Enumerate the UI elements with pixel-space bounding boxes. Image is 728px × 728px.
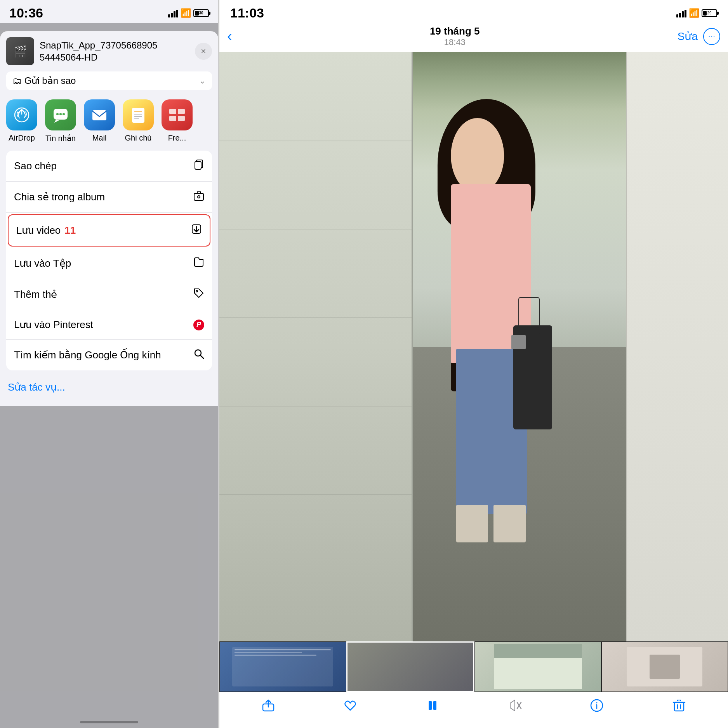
share-close-button[interactable]: × bbox=[195, 43, 212, 60]
airdrop-icon bbox=[6, 99, 37, 130]
svg-point-20 bbox=[196, 290, 198, 292]
nav-header: ‹ 19 tháng 5 18:43 Sửa ··· bbox=[219, 24, 728, 52]
left-phone: 10:36 📶 30 🎬 SnapTik_App_ bbox=[0, 0, 218, 728]
svg-point-18 bbox=[198, 196, 200, 198]
delete-button[interactable] bbox=[672, 698, 686, 712]
app-item-messages[interactable]: Tin nhắn bbox=[45, 99, 76, 143]
mute-button[interactable] bbox=[508, 698, 522, 712]
svg-rect-24 bbox=[429, 701, 432, 710]
nav-title-block: 19 tháng 5 18:43 bbox=[430, 25, 480, 47]
thumbnail-2[interactable] bbox=[346, 641, 475, 692]
status-bar-right: 11:03 📶 29 bbox=[219, 0, 728, 24]
thumbnail-3[interactable] bbox=[474, 641, 601, 692]
app-item-more[interactable]: Fre... bbox=[162, 99, 193, 143]
thumbnail-1[interactable] bbox=[219, 641, 346, 692]
action-add-tag[interactable]: Thêm thẻ bbox=[6, 279, 212, 310]
wifi-icon: 📶 bbox=[181, 8, 191, 18]
action-share-album[interactable]: Chia sẻ trong album bbox=[6, 182, 212, 213]
svg-point-30 bbox=[596, 702, 598, 704]
status-icons-left: 📶 30 bbox=[168, 8, 209, 18]
wall-left bbox=[219, 52, 413, 641]
battery-level-right: 29 bbox=[707, 11, 711, 15]
thumbnail-4[interactable] bbox=[601, 641, 728, 692]
messages-label: Tin nhắn bbox=[45, 134, 76, 143]
copy-icon bbox=[193, 159, 204, 173]
app-item-notes[interactable]: Ghi chú bbox=[123, 99, 154, 143]
action-pinterest[interactable]: Lưu vào Pinterest P bbox=[6, 310, 212, 340]
share-filename-line1: SnapTik_App_73705668905 bbox=[40, 39, 189, 51]
add-tag-icon bbox=[193, 288, 204, 301]
airdrop-label: AirDrop bbox=[9, 134, 35, 142]
status-bar-left: 10:36 📶 30 bbox=[0, 0, 218, 24]
nav-more-button[interactable]: ··· bbox=[703, 28, 720, 45]
nav-back-button[interactable]: ‹ bbox=[227, 28, 232, 45]
battery-icon-right: 29 bbox=[702, 9, 717, 17]
svg-point-2 bbox=[56, 113, 59, 115]
save-video-icon bbox=[191, 224, 202, 237]
signal-icon bbox=[168, 9, 178, 17]
messages-icon-app bbox=[45, 99, 76, 130]
svg-rect-12 bbox=[178, 109, 185, 114]
nav-actions: Sửa ··· bbox=[678, 28, 720, 45]
mail-icon-app bbox=[84, 99, 115, 130]
nav-date: 19 tháng 5 bbox=[430, 25, 480, 37]
share-filename-line2: 54445064-HD bbox=[40, 51, 189, 63]
share-sheet: 🎬 SnapTik_App_73705668905 54445064-HD × … bbox=[0, 23, 218, 728]
action-selector[interactable]: 🗂 Gửi bản sao ⌄ bbox=[6, 71, 212, 90]
svg-line-22 bbox=[200, 355, 203, 358]
right-phone: 11:03 📶 29 ‹ 19 tháng 5 18:43 Sửa ··· bbox=[219, 0, 728, 728]
time-left: 10:36 bbox=[9, 5, 43, 21]
more-dots-icon: ··· bbox=[708, 31, 715, 42]
notes-icon-app bbox=[123, 99, 154, 130]
mail-label: Mail bbox=[92, 134, 107, 142]
svg-rect-6 bbox=[132, 108, 144, 123]
app-item-airdrop[interactable]: AirDrop bbox=[6, 99, 37, 143]
share-thumbnail: 🎬 bbox=[6, 37, 34, 65]
action-pinterest-label: Lưu vào Pinterest bbox=[14, 319, 93, 331]
share-header: 🎬 SnapTik_App_73705668905 54445064-HD × bbox=[6, 37, 212, 65]
edit-actions-button[interactable]: Sửa tác vụ... bbox=[6, 375, 212, 400]
svg-rect-13 bbox=[169, 116, 176, 121]
app-row: AirDrop Tin nhắn bbox=[6, 98, 212, 149]
svg-rect-5 bbox=[92, 110, 106, 120]
action-save-video-label: Lưu video bbox=[16, 224, 61, 236]
action-copy[interactable]: Sao chép bbox=[6, 151, 212, 182]
save-file-icon bbox=[193, 257, 204, 270]
action-copy-label: Sao chép bbox=[14, 160, 57, 172]
chevron-updown-icon: ⌄ bbox=[199, 76, 206, 85]
thumbnail-strip bbox=[219, 641, 728, 692]
svg-point-3 bbox=[59, 113, 62, 115]
svg-rect-31 bbox=[674, 702, 684, 711]
like-button[interactable] bbox=[343, 698, 357, 712]
svg-rect-11 bbox=[169, 109, 176, 114]
action-google-lens[interactable]: Tìm kiếm bằng Google Ống kính bbox=[6, 340, 212, 370]
nav-time: 18:43 bbox=[430, 37, 480, 47]
app-item-mail[interactable]: Mail bbox=[84, 99, 115, 143]
notes-label: Ghi chú bbox=[125, 134, 152, 142]
svg-rect-25 bbox=[433, 701, 436, 710]
wifi-icon-right: 📶 bbox=[689, 8, 699, 18]
save-video-badge: 11 bbox=[64, 224, 76, 236]
pause-button[interactable] bbox=[426, 698, 440, 712]
action-add-tag-label: Thêm thẻ bbox=[14, 288, 57, 301]
action-save-video[interactable]: Lưu video 11 bbox=[8, 214, 210, 247]
action-save-file[interactable]: Lưu vào Tệp bbox=[6, 248, 212, 279]
svg-rect-14 bbox=[178, 116, 185, 121]
battery-level-left: 30 bbox=[199, 11, 203, 15]
search-icon bbox=[193, 348, 204, 362]
home-indicator-right bbox=[445, 723, 503, 725]
battery-icon: 30 bbox=[193, 9, 209, 17]
main-photo[interactable] bbox=[219, 52, 728, 641]
share-panel: 🎬 SnapTik_App_73705668905 54445064-HD × … bbox=[0, 31, 218, 406]
action-share-album-label: Chia sẻ trong album bbox=[14, 191, 105, 203]
info-button[interactable] bbox=[590, 698, 604, 712]
share-title-block: SnapTik_App_73705668905 54445064-HD bbox=[40, 39, 189, 63]
svg-rect-17 bbox=[194, 193, 203, 200]
more-icon-app bbox=[162, 99, 193, 130]
share-button[interactable] bbox=[261, 698, 275, 712]
photo-background bbox=[219, 52, 728, 641]
action-google-lens-label: Tìm kiếm bằng Google Ống kính bbox=[14, 349, 161, 362]
nav-edit-button[interactable]: Sửa bbox=[678, 30, 698, 43]
person-figure bbox=[398, 99, 576, 570]
svg-point-4 bbox=[63, 113, 65, 115]
